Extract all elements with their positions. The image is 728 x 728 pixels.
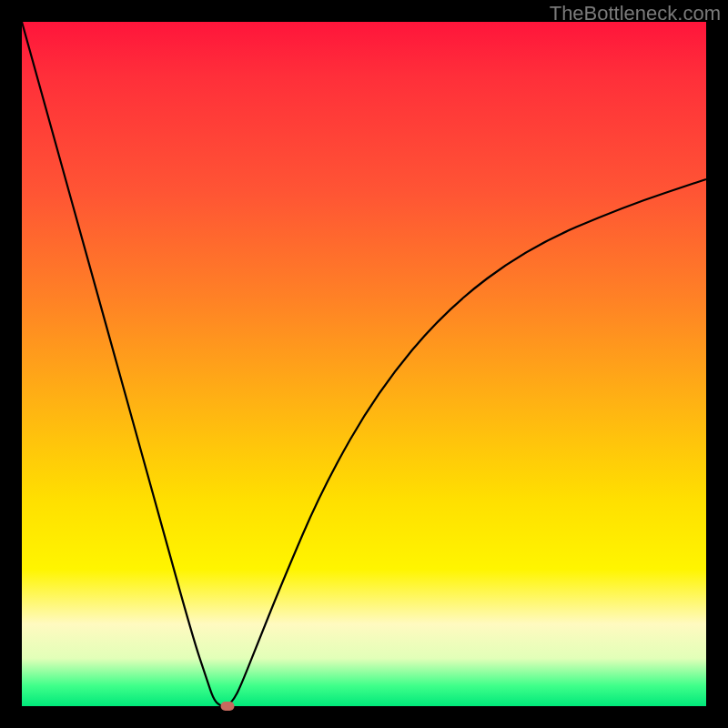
bottleneck-curve bbox=[22, 22, 706, 706]
plot-area bbox=[22, 22, 706, 706]
minimum-marker bbox=[220, 702, 234, 711]
chart-frame: TheBottleneck.com bbox=[0, 0, 728, 728]
watermark-text: TheBottleneck.com bbox=[550, 2, 721, 25]
